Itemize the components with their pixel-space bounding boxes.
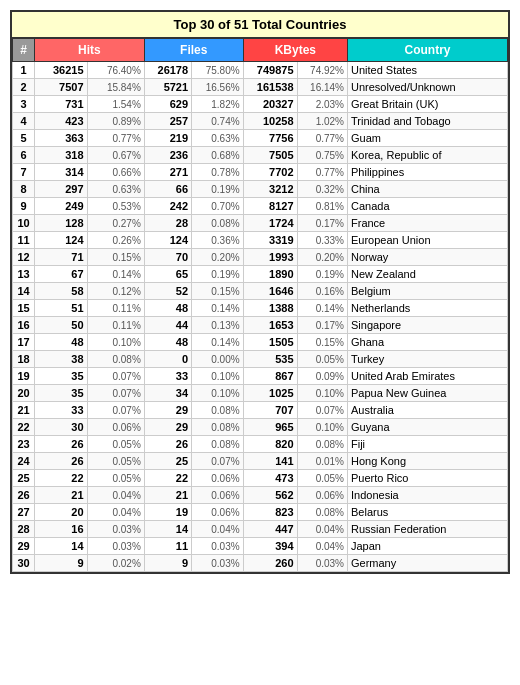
- cell-num: 7: [13, 164, 35, 181]
- cell-hits: 7507: [35, 79, 88, 96]
- cell-files-pct: 0.08%: [192, 402, 244, 419]
- cell-files: 29: [144, 402, 191, 419]
- cell-kbytes-pct: 0.81%: [297, 198, 347, 215]
- cell-kbytes: 707: [243, 402, 297, 419]
- cell-kbytes: 260: [243, 555, 297, 572]
- cell-country: Turkey: [348, 351, 508, 368]
- table-row: 12 71 0.15% 70 0.20% 1993 0.20% Norway: [13, 249, 508, 266]
- cell-country: Korea, Republic of: [348, 147, 508, 164]
- cell-kbytes-pct: 0.33%: [297, 232, 347, 249]
- cell-kbytes: 535: [243, 351, 297, 368]
- cell-hits: 314: [35, 164, 88, 181]
- cell-hits: 36215: [35, 62, 88, 79]
- cell-country: Russian Federation: [348, 521, 508, 538]
- cell-hits: 48: [35, 334, 88, 351]
- cell-files: 44: [144, 317, 191, 334]
- cell-files-pct: 0.04%: [192, 521, 244, 538]
- table-row: 30 9 0.02% 9 0.03% 260 0.03% Germany: [13, 555, 508, 572]
- cell-files-pct: 0.78%: [192, 164, 244, 181]
- table-row: 14 58 0.12% 52 0.15% 1646 0.16% Belgium: [13, 283, 508, 300]
- cell-files: 21: [144, 487, 191, 504]
- cell-country: Philippines: [348, 164, 508, 181]
- main-container: Top 30 of 51 Total Countries # Hits File…: [10, 10, 510, 574]
- table-row: 20 35 0.07% 34 0.10% 1025 0.10% Papua Ne…: [13, 385, 508, 402]
- cell-kbytes-pct: 0.20%: [297, 249, 347, 266]
- cell-kbytes: 447: [243, 521, 297, 538]
- cell-files-pct: 0.74%: [192, 113, 244, 130]
- cell-hits-pct: 1.54%: [87, 96, 144, 113]
- cell-hits-pct: 0.11%: [87, 317, 144, 334]
- cell-num: 22: [13, 419, 35, 436]
- cell-files-pct: 0.15%: [192, 283, 244, 300]
- cell-kbytes-pct: 16.14%: [297, 79, 347, 96]
- cell-kbytes: 1646: [243, 283, 297, 300]
- cell-kbytes: 562: [243, 487, 297, 504]
- cell-kbytes-pct: 0.04%: [297, 521, 347, 538]
- cell-files-pct: 1.82%: [192, 96, 244, 113]
- cell-num: 4: [13, 113, 35, 130]
- cell-num: 13: [13, 266, 35, 283]
- cell-hits: 38: [35, 351, 88, 368]
- cell-kbytes: 7756: [243, 130, 297, 147]
- cell-hits-pct: 0.07%: [87, 368, 144, 385]
- cell-hits-pct: 0.02%: [87, 555, 144, 572]
- table-row: 29 14 0.03% 11 0.03% 394 0.04% Japan: [13, 538, 508, 555]
- table-row: 16 50 0.11% 44 0.13% 1653 0.17% Singapor…: [13, 317, 508, 334]
- table-row: 10 128 0.27% 28 0.08% 1724 0.17% France: [13, 215, 508, 232]
- table-row: 3 731 1.54% 629 1.82% 20327 2.03% Great …: [13, 96, 508, 113]
- cell-hits: 9: [35, 555, 88, 572]
- table-row: 6 318 0.67% 236 0.68% 7505 0.75% Korea, …: [13, 147, 508, 164]
- cell-country: Fiji: [348, 436, 508, 453]
- cell-files: 9: [144, 555, 191, 572]
- cell-hits-pct: 0.07%: [87, 402, 144, 419]
- cell-num: 18: [13, 351, 35, 368]
- cell-kbytes: 161538: [243, 79, 297, 96]
- cell-files-pct: 16.56%: [192, 79, 244, 96]
- cell-kbytes-pct: 0.10%: [297, 385, 347, 402]
- cell-files: 124: [144, 232, 191, 249]
- cell-kbytes-pct: 0.08%: [297, 436, 347, 453]
- cell-kbytes-pct: 0.32%: [297, 181, 347, 198]
- header-hits: Hits: [35, 39, 145, 62]
- table-title: Top 30 of 51 Total Countries: [12, 12, 508, 38]
- cell-files-pct: 0.06%: [192, 504, 244, 521]
- table-row: 26 21 0.04% 21 0.06% 562 0.06% Indonesia: [13, 487, 508, 504]
- cell-num: 28: [13, 521, 35, 538]
- cell-num: 9: [13, 198, 35, 215]
- cell-hits: 26: [35, 436, 88, 453]
- cell-files-pct: 0.08%: [192, 215, 244, 232]
- cell-kbytes: 3212: [243, 181, 297, 198]
- cell-files-pct: 0.06%: [192, 470, 244, 487]
- table-row: 27 20 0.04% 19 0.06% 823 0.08% Belarus: [13, 504, 508, 521]
- cell-kbytes-pct: 2.03%: [297, 96, 347, 113]
- cell-files: 219: [144, 130, 191, 147]
- cell-files-pct: 0.00%: [192, 351, 244, 368]
- cell-kbytes: 1653: [243, 317, 297, 334]
- cell-country: Canada: [348, 198, 508, 215]
- cell-country: European Union: [348, 232, 508, 249]
- cell-hits-pct: 76.40%: [87, 62, 144, 79]
- cell-num: 21: [13, 402, 35, 419]
- cell-kbytes: 141: [243, 453, 297, 470]
- cell-hits-pct: 0.77%: [87, 130, 144, 147]
- cell-hits-pct: 0.03%: [87, 538, 144, 555]
- cell-num: 25: [13, 470, 35, 487]
- cell-kbytes-pct: 0.15%: [297, 334, 347, 351]
- cell-files-pct: 0.08%: [192, 436, 244, 453]
- cell-hits: 16: [35, 521, 88, 538]
- cell-files: 236: [144, 147, 191, 164]
- cell-hits-pct: 0.27%: [87, 215, 144, 232]
- cell-files-pct: 0.06%: [192, 487, 244, 504]
- cell-kbytes-pct: 0.17%: [297, 215, 347, 232]
- cell-hits-pct: 0.15%: [87, 249, 144, 266]
- cell-country: Guyana: [348, 419, 508, 436]
- cell-files-pct: 0.14%: [192, 334, 244, 351]
- cell-files-pct: 0.14%: [192, 300, 244, 317]
- table-row: 7 314 0.66% 271 0.78% 7702 0.77% Philipp…: [13, 164, 508, 181]
- cell-kbytes-pct: 0.07%: [297, 402, 347, 419]
- table-row: 1 36215 76.40% 26178 75.80% 749875 74.92…: [13, 62, 508, 79]
- table-row: 9 249 0.53% 242 0.70% 8127 0.81% Canada: [13, 198, 508, 215]
- table-row: 28 16 0.03% 14 0.04% 447 0.04% Russian F…: [13, 521, 508, 538]
- cell-kbytes-pct: 0.10%: [297, 419, 347, 436]
- cell-kbytes: 3319: [243, 232, 297, 249]
